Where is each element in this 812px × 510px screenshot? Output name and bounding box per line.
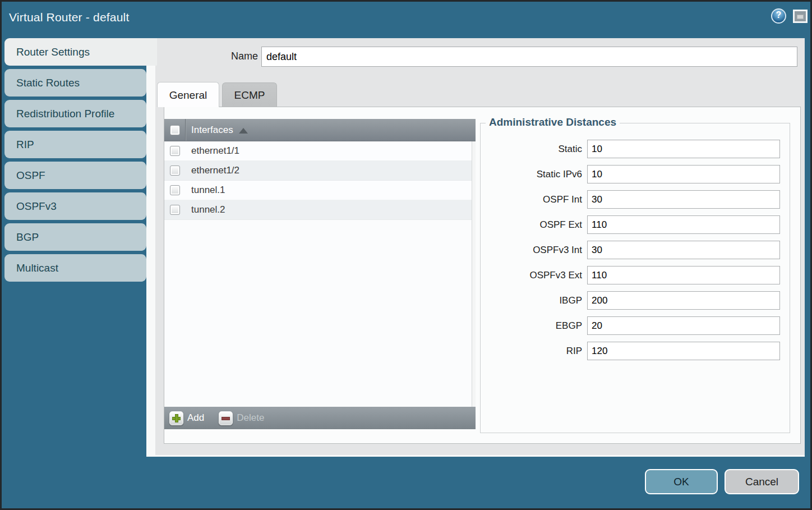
virtual-router-dialog: Virtual Router - default Router Settings… xyxy=(2,2,810,508)
help-icon[interactable] xyxy=(771,8,786,24)
administrative-distances-fieldset: Administrative Distances Static Static I… xyxy=(480,123,790,433)
table-row-ethernet1-2[interactable]: ethernet1/2 xyxy=(164,161,476,181)
ospfv3-int-input[interactable] xyxy=(587,241,780,259)
cancel-button[interactable]: Cancel xyxy=(725,469,799,494)
administrative-distances-fields: Static Static IPv6 OSPF Int OSPF Ext OSP… xyxy=(481,123,790,360)
field-row-static: Static xyxy=(481,140,790,158)
sidebar-item-multicast[interactable]: Multicast xyxy=(4,254,146,282)
ebgp-input[interactable] xyxy=(587,316,780,335)
add-button-label: Add xyxy=(187,412,204,424)
sidebar-item-router-settings[interactable]: Router Settings xyxy=(4,38,157,66)
table-scrollbar[interactable] xyxy=(472,141,476,407)
table-toolbar: Add Delete xyxy=(164,407,476,429)
field-row-ospf-ext: OSPF Ext xyxy=(481,215,790,234)
table-row-tunnel-2[interactable]: tunnel.2 xyxy=(164,200,476,220)
dialog-frame: Virtual Router - default Router Settings… xyxy=(0,0,812,510)
static-label: Static xyxy=(481,144,587,155)
table-row-ethernet1-1[interactable]: ethernet1/1 xyxy=(164,141,476,161)
maximize-icon-inner xyxy=(797,15,804,19)
name-label: Name xyxy=(216,50,258,62)
sidebar: Router Settings Static Routes Redistribu… xyxy=(4,38,162,285)
rip-input[interactable] xyxy=(587,342,780,360)
field-row-rip: RIP xyxy=(481,342,790,360)
static-input[interactable] xyxy=(587,140,780,158)
ebgp-label: EBGP xyxy=(481,320,587,332)
delete-button[interactable]: Delete xyxy=(219,411,264,425)
table-empty-area xyxy=(164,220,476,407)
sidebar-item-redistribution-profile[interactable]: Redistribution Profile xyxy=(4,100,146,127)
row-checkbox[interactable] xyxy=(170,205,180,215)
rip-label: RIP xyxy=(481,346,587,357)
ospfv3-ext-label: OSPFv3 Ext xyxy=(481,270,587,281)
dialog-title: Virtual Router - default xyxy=(9,11,130,24)
interface-name: tunnel.2 xyxy=(191,204,225,215)
row-checkbox[interactable] xyxy=(170,146,180,156)
interfaces-column-header: Interfaces xyxy=(191,125,233,136)
row-checkbox[interactable] xyxy=(170,185,180,195)
field-row-ibgp: IBGP xyxy=(481,291,790,310)
ospfv3-int-label: OSPFv3 Int xyxy=(481,245,587,256)
static-ipv6-input[interactable] xyxy=(587,165,780,183)
sidebar-item-static-routes[interactable]: Static Routes xyxy=(4,69,146,97)
add-button[interactable]: Add xyxy=(169,411,204,425)
field-row-ospf-int: OSPF Int xyxy=(481,190,790,209)
sidebar-item-bgp[interactable]: BGP xyxy=(4,223,146,251)
sidebar-item-ospf[interactable]: OSPF xyxy=(4,162,146,189)
ibgp-label: IBGP xyxy=(481,295,587,306)
name-input[interactable] xyxy=(261,47,797,67)
row-checkbox[interactable] xyxy=(170,166,180,176)
select-all-checkbox[interactable] xyxy=(170,125,180,135)
ospf-ext-input[interactable] xyxy=(587,215,780,234)
interfaces-table-header[interactable]: Interfaces xyxy=(164,119,476,141)
plus-icon xyxy=(169,411,183,425)
tab-ecmp[interactable]: ECMP xyxy=(222,82,277,107)
interface-name: tunnel.1 xyxy=(191,185,225,196)
static-ipv6-label: Static IPv6 xyxy=(481,169,587,180)
interface-name: ethernet1/2 xyxy=(191,165,239,176)
ospfv3-ext-input[interactable] xyxy=(587,266,780,284)
ospf-ext-label: OSPF Ext xyxy=(481,219,587,231)
delete-button-label: Delete xyxy=(237,412,264,424)
ok-button[interactable]: OK xyxy=(645,469,718,494)
interface-name: ethernet1/1 xyxy=(191,145,239,157)
sidebar-item-ospfv3[interactable]: OSPFv3 xyxy=(4,192,146,220)
field-row-ospfv3-int: OSPFv3 Int xyxy=(481,241,790,259)
ospf-int-input[interactable] xyxy=(587,190,780,209)
field-row-ebgp: EBGP xyxy=(481,316,790,335)
table-row-tunnel-1[interactable]: tunnel.1 xyxy=(164,181,476,200)
ospf-int-label: OSPF Int xyxy=(481,194,587,205)
ibgp-input[interactable] xyxy=(587,291,780,310)
sidebar-item-rip[interactable]: RIP xyxy=(4,131,146,158)
administrative-distances-legend: Administrative Distances xyxy=(486,116,620,128)
tab-general[interactable]: General xyxy=(157,82,219,107)
field-row-static-ipv6: Static IPv6 xyxy=(481,165,790,183)
maximize-icon[interactable] xyxy=(793,10,808,23)
minus-icon xyxy=(219,411,233,425)
sort-ascending-icon xyxy=(239,128,248,134)
field-row-ospfv3-ext: OSPFv3 Ext xyxy=(481,266,790,284)
interfaces-table: Interfaces ethernet1/1 ethernet1/2 tunne… xyxy=(164,119,476,429)
